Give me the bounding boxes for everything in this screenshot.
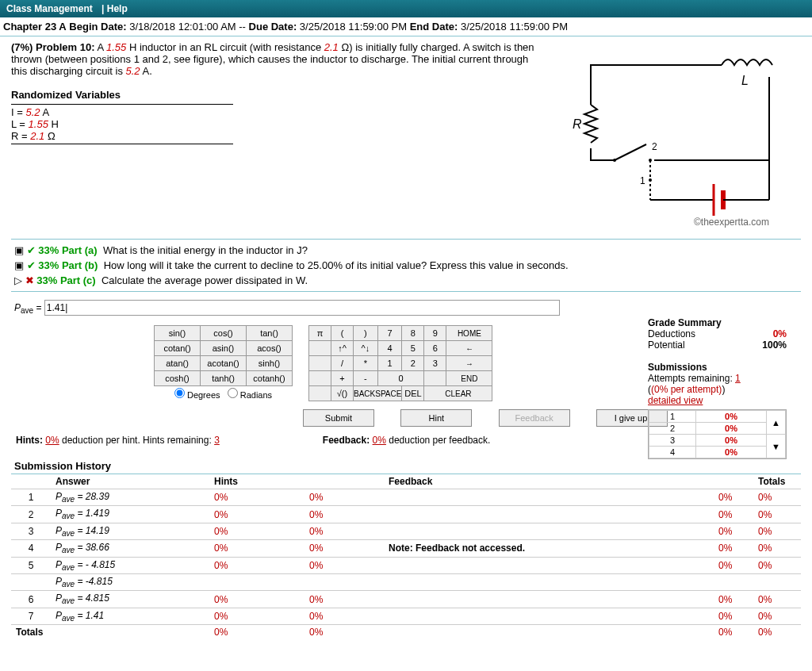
rand-vars-head: Randomized Variables	[11, 89, 121, 101]
key-del[interactable]: DEL	[402, 386, 424, 401]
key-minus[interactable]: -	[354, 371, 378, 386]
circuit-diagram: L R 2 1 ©theexpertta.com	[555, 41, 801, 234]
chapter-title: Chapter 23 A	[3, 21, 67, 33]
key-2[interactable]: 2	[402, 356, 424, 371]
table-row: 5Pave = - 4.8150%0%0%0%	[11, 557, 801, 573]
chapter-header: Chapter 23 A Begin Date: 3/18/2018 12:01…	[0, 17, 812, 36]
nav-help[interactable]: Help	[107, 3, 128, 14]
key-pi[interactable]: π	[309, 326, 331, 341]
svg-text:©theexpertta.com: ©theexpertta.com	[694, 217, 769, 228]
svg-text:2: 2	[652, 141, 657, 152]
key-plus[interactable]: +	[331, 371, 354, 386]
submission-history: Submission History Answer Hints Feedback…	[11, 458, 801, 639]
grade-summary: Grade Summary Deductions0% Potential100%…	[648, 317, 787, 459]
top-nav: Class Management | Help	[0, 0, 812, 17]
scroll-down-icon[interactable]: ▼	[767, 435, 786, 458]
key-right[interactable]: →	[446, 356, 492, 371]
key-4[interactable]: 4	[377, 341, 402, 356]
table-row: 4Pave = 38.660%0%Note: Feedback not acce…	[11, 540, 801, 557]
key-cosh[interactable]: cosh()	[155, 371, 201, 386]
key-cotan[interactable]: cotan()	[155, 341, 201, 356]
table-row: 6Pave = 4.8150%0%0%0%	[11, 591, 801, 608]
key-1[interactable]: 1	[377, 356, 402, 371]
key-8[interactable]: 8	[402, 326, 424, 341]
key-3[interactable]: 3	[424, 356, 446, 371]
key-rparen[interactable]: )	[354, 326, 378, 341]
key-tanh[interactable]: tanh()	[201, 371, 247, 386]
key-up[interactable]: ↑^	[331, 341, 354, 356]
part-c[interactable]: ▷ ✖ 33% Part (c) Calculate the average p…	[11, 273, 801, 288]
feedback-button[interactable]: Feedback	[499, 409, 570, 427]
detailed-view-link[interactable]: detailed view	[648, 395, 787, 406]
table-row: Pave = -4.815	[11, 573, 801, 590]
key-atan[interactable]: atan()	[155, 356, 201, 371]
key-sinh[interactable]: sinh()	[247, 356, 293, 371]
part-b[interactable]: ▣ ✔ 33% Part (b) How long will it take t…	[11, 258, 801, 273]
key-9[interactable]: 9	[424, 326, 446, 341]
key-div[interactable]: /	[331, 356, 354, 371]
svg-text:L: L	[741, 74, 749, 87]
table-row: 3Pave = 14.190%0%0%0%	[11, 523, 801, 539]
key-mul[interactable]: *	[354, 356, 378, 371]
svg-rect-5	[615, 152, 654, 168]
answer-input[interactable]	[44, 300, 560, 316]
svg-point-7	[613, 159, 616, 162]
key-acotan[interactable]: acotan()	[201, 356, 247, 371]
key-0[interactable]: 0	[377, 371, 424, 386]
table-row: 1Pave = 28.390%0%0%0%	[11, 489, 801, 506]
key-asin[interactable]: asin()	[201, 341, 247, 356]
key-cotanh[interactable]: cotanh()	[247, 371, 293, 386]
table-row: 7Pave = 1.410%0%0%0%	[11, 608, 801, 624]
key-clear[interactable]: CLEAR	[424, 386, 492, 401]
key-down[interactable]: ^↓	[354, 341, 378, 356]
part-a[interactable]: ▣ ✔ 33% Part (a) What is the initial ene…	[11, 243, 801, 258]
hint-button[interactable]: Hint	[400, 409, 472, 427]
key-end[interactable]: END	[446, 371, 492, 386]
key-acos[interactable]: acos()	[247, 341, 293, 356]
key-5[interactable]: 5	[402, 341, 424, 356]
svg-rect-1	[722, 53, 777, 77]
key-backspace[interactable]: BACKSPACE	[354, 386, 402, 401]
submit-button[interactable]: Submit	[303, 409, 374, 427]
answer-area: Pave =	[11, 297, 801, 319]
key-sin[interactable]: sin()	[155, 326, 201, 341]
key-left[interactable]: ←	[446, 341, 492, 356]
key-lparen[interactable]: (	[331, 326, 354, 341]
svg-text:1: 1	[640, 175, 645, 186]
key-sqrt[interactable]: √()	[331, 386, 354, 401]
attempts-link[interactable]: 1	[735, 373, 741, 384]
scroll-up-icon[interactable]: ▲	[767, 411, 786, 435]
parts-list: ▣ ✔ 33% Part (a) What is the initial ene…	[11, 239, 801, 292]
svg-point-11	[649, 178, 652, 182]
key-home[interactable]: HOME	[446, 326, 492, 341]
key-cos[interactable]: cos()	[201, 326, 247, 341]
radio-degrees[interactable]	[174, 388, 185, 398]
table-row: 2Pave = 1.4190%0%0%0%	[11, 506, 801, 523]
radio-radians[interactable]	[228, 388, 238, 398]
key-7[interactable]: 7	[377, 326, 402, 341]
key-tan[interactable]: tan()	[247, 326, 293, 341]
function-keypad: sin()cos()tan() cotan()asin()acos() atan…	[154, 325, 293, 401]
numeric-keypad: π()789HOME ↑^^↓456← /*123→ +-0END √()BAC…	[308, 325, 492, 401]
nav-class-mgmt[interactable]: Class Management	[6, 3, 93, 14]
svg-text:R: R	[573, 117, 582, 131]
problem-statement: (7%) Problem 10: A 1.55 H inductor in an…	[11, 41, 555, 234]
key-6[interactable]: 6	[424, 341, 446, 356]
